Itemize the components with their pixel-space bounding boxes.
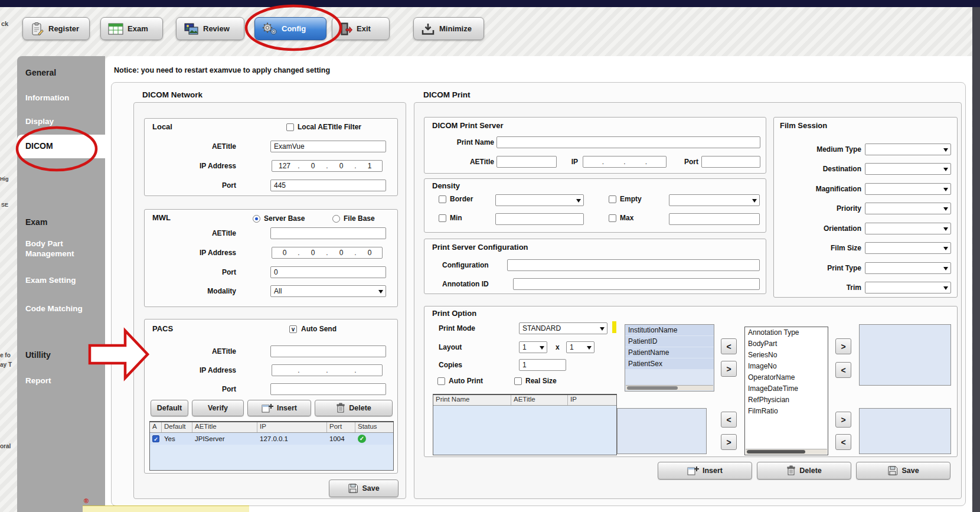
print-save-button[interactable]: Save [856,462,950,480]
tag-item[interactable]: PatientID [625,336,714,347]
layout-rows-dropdown[interactable]: 1 [519,341,547,353]
magnification-dropdown[interactable] [865,183,951,195]
move-left-button[interactable] [835,434,851,450]
local-ip-input[interactable]: 127001 [272,160,383,172]
pacs-default-button[interactable]: Default [151,400,188,416]
mwl-ip-input[interactable]: 0000 [272,247,383,259]
density-border-checkbox[interactable] [439,195,446,203]
density-border-dropdown[interactable] [495,194,584,206]
mwl-port-input[interactable]: 0 [270,266,386,278]
pacs-auto-send-checkbox[interactable]: v [289,325,297,333]
pacs-ip-input[interactable] [272,364,383,376]
mwl-server-base-radio[interactable] [253,215,260,223]
annotation-item[interactable]: FilmRatio [745,406,828,417]
annotation-item[interactable]: ImageDateTime [745,383,828,394]
move-left-button[interactable] [721,338,737,354]
annotation-item[interactable]: OperatorName [745,372,828,383]
annotation-type-list[interactable]: Annotation Type BodyPart SeriesNo ImageN… [744,327,828,455]
move-right-button[interactable] [835,338,851,354]
print-delete-button[interactable]: Delete [757,462,851,480]
pacs-insert-button[interactable]: Insert [247,400,311,416]
density-empty-checkbox[interactable] [609,195,616,203]
pacs-server-table[interactable]: A Default AETitle IP Port Status Yes JPI… [149,421,394,471]
density-min-checkbox[interactable] [439,214,446,222]
mwl-modality-dropdown[interactable]: All [270,285,386,297]
ip-octet[interactable]: 0 [329,249,354,257]
selected-tags-box-bottom[interactable] [617,408,707,454]
configuration-input[interactable] [507,259,760,271]
pacs-port-input[interactable] [270,383,386,395]
local-aetitle-filter-checkbox[interactable] [286,123,294,131]
annotation-id-input[interactable] [513,278,760,290]
ip-octet[interactable]: 127 [272,162,297,170]
local-port-input[interactable]: 445 [270,180,386,191]
ip-octet[interactable]: 0 [357,249,382,257]
pacs-aetitle-input[interactable] [270,345,386,357]
print-ip-input[interactable] [583,156,667,168]
sidebar-item-display[interactable]: Display [25,117,54,126]
ip-octet[interactable]: 1 [357,162,382,170]
medium-type-dropdown[interactable] [865,144,951,155]
scrollbar-thumb[interactable] [627,386,678,390]
ip-octet[interactable]: 0 [300,249,325,257]
exit-button[interactable]: Exit [332,17,390,40]
row-selected-checkbox[interactable] [152,435,159,442]
sidebar-item-body-part-management-line2[interactable]: Management [25,249,74,258]
move-left-button[interactable] [835,362,851,378]
annotation-item[interactable]: RefPhysician [745,394,828,406]
sidebar-item-exam-setting[interactable]: Exam Setting [25,276,76,285]
sidebar-item-code-matching[interactable]: Code Matching [25,304,83,313]
move-right-button[interactable] [835,412,851,428]
density-empty-dropdown[interactable] [669,194,760,206]
film-size-dropdown[interactable] [865,242,951,254]
scrollbar-thumb[interactable] [747,450,805,454]
print-insert-button[interactable]: Insert [658,462,752,480]
tag-item[interactable]: PatientSex [625,358,714,370]
move-right-button[interactable] [721,361,737,377]
register-button[interactable]: Register [22,17,90,40]
horizontal-scrollbar[interactable] [626,385,713,390]
available-tags-list[interactable]: InstitutionName PatientID PatientName Pa… [625,324,714,392]
network-save-button[interactable]: Save [329,480,398,497]
mwl-file-base-radio[interactable] [332,215,340,223]
ip-octet[interactable]: 0 [329,162,354,170]
print-aetitle-input[interactable] [496,156,557,168]
layout-cols-dropdown[interactable]: 1 [566,341,594,353]
print-server-list-table[interactable]: Print Name AETitle IP [433,394,617,455]
tag-item[interactable]: PatientName [625,347,714,358]
config-button[interactable]: Config [254,17,326,40]
density-max-checkbox[interactable] [609,214,616,222]
move-right-button[interactable] [721,434,737,450]
horizontal-scrollbar[interactable] [746,449,827,454]
density-min-input[interactable] [495,213,584,225]
orientation-dropdown[interactable] [865,223,951,234]
print-name-input[interactable] [496,136,760,148]
sidebar-item-information[interactable]: Information [25,93,69,102]
sidebar-item-report[interactable]: Report [25,376,51,385]
annotation-item[interactable]: SeriesNo [745,350,828,361]
sidebar-item-body-part-management[interactable]: Body Part [25,239,63,248]
ip-octet[interactable]: 0 [272,249,297,257]
pacs-verify-button[interactable]: Verify [192,400,244,416]
destination-dropdown[interactable] [865,163,951,175]
review-button[interactable]: Review [176,17,244,40]
density-max-input[interactable] [669,213,760,225]
selected-annotations-box-bottom[interactable] [859,408,951,454]
sidebar-item-dicom-active[interactable]: DICOM [17,135,105,158]
trim-dropdown[interactable] [865,282,951,293]
local-aetitle-input[interactable]: ExamVue [270,141,386,152]
pacs-delete-button[interactable]: Delete [315,400,393,416]
print-type-dropdown[interactable] [865,262,951,274]
annotation-item[interactable]: ImageNo [745,361,828,372]
auto-print-checkbox[interactable] [437,377,445,385]
exam-button[interactable]: Exam [100,17,163,40]
mwl-aetitle-input[interactable] [270,227,386,239]
minimize-button[interactable]: Minimize [413,17,484,40]
real-size-checkbox[interactable] [514,377,522,385]
copies-input[interactable]: 1 [519,359,566,371]
ip-octet[interactable]: 0 [300,162,325,170]
selected-annotations-box-top[interactable] [859,324,951,386]
priority-dropdown[interactable] [865,203,951,214]
tag-item[interactable]: InstitutionName [625,325,714,336]
move-left-button[interactable] [721,412,737,428]
